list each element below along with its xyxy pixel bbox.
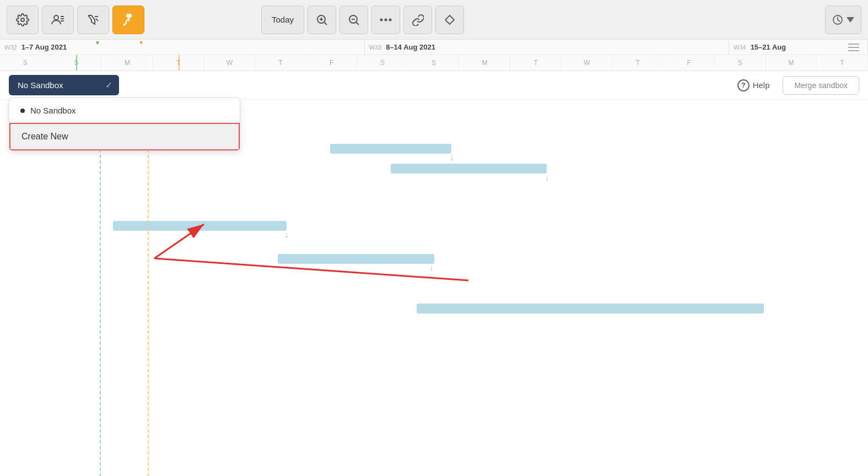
diamond-button[interactable] <box>435 6 464 34</box>
today-button[interactable]: Today <box>261 6 304 34</box>
day-cell-t2: T <box>255 55 306 71</box>
gantt-bar-2 <box>391 164 547 174</box>
day-labels-row: S S M T W T F S S M T W T F S M T <box>0 55 868 71</box>
week-num-w33: W33 <box>369 44 382 51</box>
zoom-in-button[interactable] <box>308 6 336 34</box>
day-cell-m1: M <box>102 55 153 71</box>
filter-button[interactable] <box>77 6 109 34</box>
toolbar: Today <box>0 0 868 40</box>
sandbox-chevron: ✓ <box>105 80 112 90</box>
svg-point-16 <box>380 18 383 21</box>
day-cell-s3: S <box>357 55 408 71</box>
week-w32: W32 1–7 Aug 2021 ▼ ▼ <box>0 40 365 55</box>
svg-point-1 <box>54 15 58 20</box>
help-label: Help <box>753 80 770 90</box>
zoom-out-button[interactable] <box>339 6 368 34</box>
svg-point-17 <box>385 18 387 21</box>
gantt-bar-5 <box>417 304 764 313</box>
week-num-w34: W34 <box>734 44 746 51</box>
svg-point-0 <box>21 18 24 21</box>
toolbar-right <box>825 6 861 34</box>
day-cell-f1: F <box>306 55 358 71</box>
day-cell-s4: S <box>408 55 460 71</box>
sandbox-no-sandbox-item[interactable]: No Sandbox <box>9 98 240 123</box>
day-cell-m3: M <box>766 55 817 71</box>
shovel-button[interactable] <box>112 6 144 34</box>
green-marker-line <box>100 100 101 476</box>
more-button[interactable] <box>371 6 400 34</box>
orange-marker-line <box>148 100 149 476</box>
gantt-arrow-1: ↓ <box>450 153 454 162</box>
gantt-arrow-2: ↓ <box>545 173 549 182</box>
merge-sandbox-button[interactable]: Merge sandbox <box>783 76 859 95</box>
week-dates-w33: 8–14 Aug 2021 <box>386 43 435 51</box>
week-labels-row: W32 1–7 Aug 2021 ▼ ▼ W33 8–14 Aug 2021 W… <box>0 40 868 55</box>
list-view-icon[interactable] <box>848 40 859 55</box>
sandbox-create-new-item[interactable]: Create New <box>9 123 240 150</box>
day-cell-t3: T <box>510 55 562 71</box>
link-button[interactable] <box>403 6 432 34</box>
help-button[interactable]: ? Help <box>737 79 770 91</box>
gantt-bar-3 <box>113 221 287 231</box>
no-sandbox-label: No Sandbox <box>30 106 76 115</box>
day-cell-t5: T <box>817 55 868 71</box>
week-w34: W34 15–21 Aug <box>729 40 868 55</box>
calendar-header: W32 1–7 Aug 2021 ▼ ▼ W33 8–14 Aug 2021 W… <box>0 40 868 71</box>
no-sandbox-dot <box>20 109 25 113</box>
sandbox-dropdown: No Sandbox ✓ No Sandbox Create New <box>9 75 119 95</box>
svg-rect-7 <box>127 14 131 17</box>
svg-line-10 <box>325 22 327 25</box>
gantt-bar-4 <box>278 254 434 264</box>
day-cell-s2: S <box>51 55 103 71</box>
main-area: No Sandbox ✓ No Sandbox Create New ? Hel… <box>0 71 868 476</box>
week-num-w32: W32 <box>4 44 17 51</box>
gantt-area: ↓ ↓ ↓ ↓ <box>0 100 868 476</box>
svg-marker-21 <box>847 17 854 23</box>
day-cell-w2: W <box>562 55 613 71</box>
svg-line-6 <box>96 19 98 21</box>
day-cell-s1: S <box>0 55 51 71</box>
day-cell-w1: W <box>204 55 256 71</box>
svg-line-14 <box>357 22 359 25</box>
day-cell-t4: T <box>613 55 664 71</box>
create-new-label: Create New <box>21 132 68 142</box>
day-cell-f2: F <box>664 55 715 71</box>
toolbar-center: Today <box>261 6 464 34</box>
day-cell-s5: S <box>715 55 766 71</box>
sandbox-trigger-button[interactable]: No Sandbox ✓ <box>9 75 119 95</box>
gantt-bar-1 <box>330 144 452 154</box>
sandbox-bar: No Sandbox ✓ No Sandbox Create New ? Hel… <box>0 71 868 100</box>
day-cell-m2: M <box>460 55 511 71</box>
week-dates-w32: 1–7 Aug 2021 <box>21 43 67 51</box>
sandbox-help-area: ? Help Merge sandbox <box>737 76 859 95</box>
day-cell-t1: T <box>153 55 204 71</box>
sandbox-trigger-label: No Sandbox <box>18 80 63 90</box>
svg-point-18 <box>389 18 392 21</box>
week-w33: W33 8–14 Aug 2021 <box>365 40 730 55</box>
svg-marker-19 <box>445 15 454 24</box>
people-button[interactable] <box>42 6 74 34</box>
gantt-arrow-3: ↓ <box>285 230 289 239</box>
help-icon: ? <box>737 79 750 91</box>
gantt-arrow-4: ↓ <box>430 263 434 272</box>
sandbox-menu: No Sandbox Create New <box>9 98 240 151</box>
settings-button[interactable] <box>7 6 39 34</box>
week-dates-w34: 15–21 Aug <box>751 43 786 51</box>
timeline-view-button[interactable] <box>825 6 861 34</box>
